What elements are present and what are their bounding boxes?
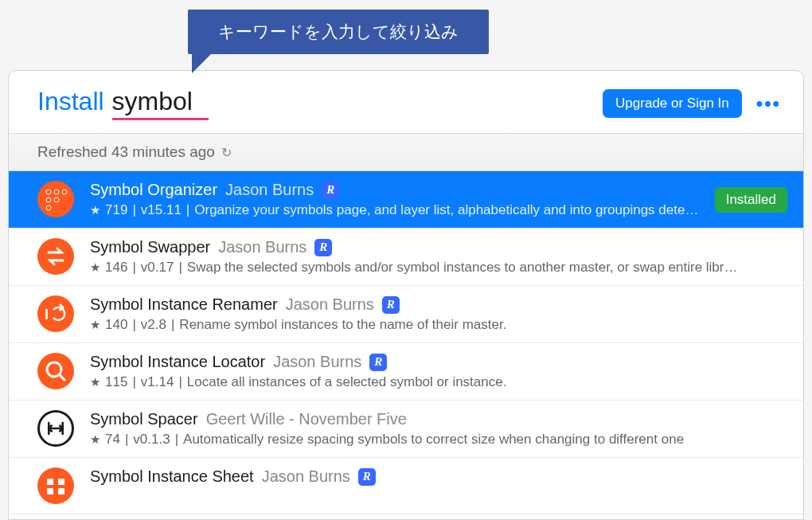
plugin-version: v15.11	[141, 202, 182, 218]
callout-text: キーワードを入力して絞り込み	[218, 22, 459, 41]
plugin-author: Jason Burns	[262, 467, 350, 486]
list-item[interactable]: I Symbol Instance Renamer Jason Burns R …	[9, 286, 803, 343]
plugin-icon	[37, 467, 74, 504]
plugin-version: v0.17	[141, 260, 174, 276]
installed-badge: Installed	[715, 187, 787, 213]
plugin-icon	[37, 181, 74, 217]
svg-point-7	[47, 362, 61, 377]
svg-rect-15	[58, 488, 64, 495]
star-count: 146	[105, 260, 127, 276]
star-count: 140	[105, 317, 127, 333]
runner-badge-icon: R	[314, 239, 332, 256]
plugin-name: Symbol Instance Renamer	[90, 295, 278, 314]
svg-point-2	[62, 190, 67, 194]
svg-line-8	[60, 375, 65, 381]
star-icon: ★	[90, 203, 100, 217]
plugin-name: Symbol Organizer	[90, 181, 217, 199]
list-item-content: Symbol Instance Locator Jason Burns R ★ …	[90, 353, 787, 390]
svg-rect-12	[47, 479, 53, 485]
list-item-content: Symbol Spacer Geert Wille - November Fiv…	[90, 410, 787, 448]
plugin-description: Organize your symbols page, and layer li…	[194, 202, 698, 218]
search-input[interactable]: symbol	[112, 87, 209, 120]
svg-rect-13	[58, 479, 64, 485]
star-icon: ★	[90, 432, 100, 447]
list-item[interactable]: Symbol Organizer Jason Burns R ★ 719 | v…	[9, 171, 803, 229]
list-item[interactable]: Symbol Instance Locator Jason Burns R ★ …	[9, 343, 803, 401]
plugin-description: Automatically resize spacing symbols to …	[183, 432, 684, 448]
svg-point-4	[54, 197, 59, 202]
list-item-content: Symbol Instance Sheet Jason Burns R	[90, 467, 787, 489]
plugin-list: Symbol Organizer Jason Burns R ★ 719 | v…	[9, 171, 803, 514]
search-area[interactable]: Install symbol	[37, 87, 209, 120]
runner-badge-icon: R	[358, 468, 376, 486]
callout-tail	[192, 51, 214, 73]
mode-label: Install	[37, 87, 104, 116]
svg-point-0	[46, 190, 51, 194]
plugin-description: Rename symbol instances to the name of t…	[179, 317, 506, 333]
list-item[interactable]: Symbol Spacer Geert Wille - November Fiv…	[9, 401, 803, 458]
plugin-name: Symbol Swapper	[90, 238, 210, 256]
plugin-name: Symbol Spacer	[90, 410, 198, 428]
runner-badge-icon: R	[382, 296, 400, 314]
svg-point-5	[46, 205, 51, 210]
plugin-icon: I	[37, 295, 74, 332]
plugin-name: Symbol Instance Locator	[90, 353, 265, 371]
plugin-author: Jason Burns	[273, 353, 361, 371]
star-count: 74	[105, 432, 120, 448]
plugin-author: Jason Burns	[286, 295, 374, 314]
plugin-icon	[37, 238, 74, 275]
plugin-author: Jason Burns	[225, 181, 314, 199]
runner-badge-icon: R	[369, 354, 387, 371]
svg-text:I: I	[45, 307, 49, 323]
runner-badge-icon: R	[322, 182, 339, 199]
star-icon: ★	[90, 260, 100, 275]
svg-point-1	[54, 190, 59, 194]
star-count: 719	[105, 202, 127, 218]
plugin-description: Locate all instances of a selected symbo…	[187, 374, 507, 390]
plugin-version: v1.14	[141, 374, 174, 390]
plugin-icon	[37, 353, 74, 389]
refresh-icon[interactable]: ↻	[221, 145, 232, 160]
plugin-author: Geert Wille - November Five	[206, 410, 407, 428]
plugin-description: Swap the selected symbols and/or symbol …	[187, 260, 738, 276]
svg-rect-14	[47, 488, 53, 495]
list-item-content: Symbol Organizer Jason Burns R ★ 719 | v…	[90, 181, 699, 218]
upgrade-button[interactable]: Upgrade or Sign In	[603, 89, 742, 118]
refresh-bar: Refreshed 43 minutes ago ↻	[9, 134, 803, 171]
plugin-icon	[37, 410, 74, 447]
svg-point-3	[46, 197, 51, 202]
list-item[interactable]: Symbol Swapper Jason Burns R ★ 146 | v0.…	[9, 229, 803, 286]
plugin-version: v2.8	[141, 317, 166, 333]
star-count: 115	[105, 374, 127, 390]
header-actions: Upgrade or Sign In •••	[603, 89, 781, 118]
list-item[interactable]: Symbol Instance Sheet Jason Burns R	[9, 458, 803, 514]
runner-window: Install symbol Upgrade or Sign In ••• Re…	[8, 70, 804, 520]
header: Install symbol Upgrade or Sign In •••	[9, 71, 803, 134]
star-icon: ★	[90, 375, 100, 389]
star-icon: ★	[90, 318, 100, 332]
more-icon[interactable]: •••	[756, 92, 781, 115]
plugin-name: Symbol Instance Sheet	[90, 467, 254, 486]
refresh-text: Refreshed 43 minutes ago	[37, 143, 215, 161]
list-item-content: Symbol Swapper Jason Burns R ★ 146 | v0.…	[90, 238, 787, 276]
plugin-author: Jason Burns	[218, 238, 306, 256]
list-item-content: Symbol Instance Renamer Jason Burns R ★ …	[90, 295, 787, 333]
help-callout: キーワードを入力して絞り込み	[188, 10, 489, 54]
plugin-version: v0.1.3	[133, 432, 170, 448]
